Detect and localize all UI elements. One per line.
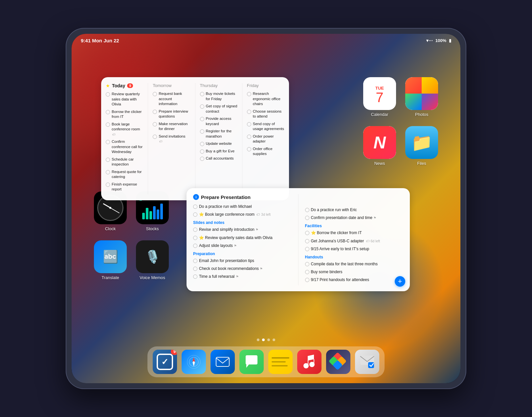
list-item[interactable]: Get copy of signed contract — [200, 104, 237, 114]
app-label-clock: Clock — [105, 226, 116, 231]
svg-rect-11 — [368, 362, 374, 368]
section-label-slides: Slides and notes — [193, 220, 292, 225]
app-label-calendar: Calendar — [371, 112, 388, 117]
app-icon-calendar[interactable]: TUE 7 Calendar — [363, 77, 396, 117]
list-item[interactable]: Request bank account information — [153, 91, 190, 107]
app-icon-translate[interactable]: 🔤 Translate — [94, 240, 127, 280]
presentation-col-right: Do a practice run with Eric Confirm pres… — [298, 194, 404, 285]
svg-rect-5 — [216, 357, 229, 366]
today-title: Today — [112, 83, 125, 88]
list-item[interactable]: Register for the marathon — [200, 129, 237, 139]
list-item[interactable]: Update website — [200, 141, 237, 146]
app-label-news: News — [374, 161, 385, 166]
battery-icon: ▮ — [449, 38, 451, 43]
list-item[interactable]: Book large conference room 🏷 — [106, 122, 143, 137]
list-item[interactable]: Do a practice run with Eric — [305, 207, 404, 212]
list-item[interactable]: Review quarterly sales data with Olivia — [106, 92, 143, 107]
app-icon-news[interactable]: N News — [363, 126, 396, 166]
apps-grid-top-right: TUE 7 Calendar — [363, 77, 438, 166]
list-item[interactable]: Buy some binders — [305, 269, 404, 274]
list-item[interactable]: ⭐ Book large conference room 🏷 3d left — [193, 212, 292, 217]
list-item[interactable]: Choose sessions to attend — [247, 109, 284, 119]
list-item[interactable]: Confirm presentation date and time ⚑ — [305, 215, 404, 220]
ipad-frame: 9:41 Mon Jun 22 ▾⋯ 100% ▮ ★ Today 9 — [66, 28, 466, 389]
messages-bubble-icon — [244, 355, 259, 369]
thursday-title: Thursday — [200, 83, 218, 88]
list-item[interactable]: ⭐ Review quarterly sales data with Olivi… — [193, 235, 292, 240]
list-item[interactable]: Get Johanna's USB-C adapter 🏷 6d left — [305, 238, 404, 244]
list-item[interactable]: Order power adapter — [247, 134, 284, 144]
list-item[interactable]: Order office supplies — [247, 146, 284, 157]
section-label-handouts: Handouts — [305, 255, 404, 259]
app-label-photos: Photos — [415, 112, 428, 117]
list-item[interactable]: Email John for presentation tips — [193, 258, 292, 263]
list-item[interactable]: Compile data for the last three months — [305, 261, 404, 267]
wifi-icon: ▾⋯ — [426, 38, 433, 43]
dock-app-messages[interactable] — [239, 350, 264, 374]
section-label-preparation: Preparation — [193, 252, 292, 256]
today-badge: 9 — [127, 83, 133, 88]
status-right: ▾⋯ 100% ▮ — [426, 38, 451, 43]
dock-app-notes[interactable] — [268, 350, 293, 374]
list-item[interactable]: Borrow the clicker from IT — [106, 109, 143, 120]
list-item[interactable]: Prepare interview questions — [153, 109, 190, 119]
presentation-title: Prepare Presentation — [201, 194, 251, 200]
tomorrow-title: Tomorrow — [153, 83, 171, 88]
page-dots — [257, 339, 275, 341]
page-dot-2 — [262, 339, 265, 341]
list-item[interactable]: ⭐ Borrow the clicker from IT — [305, 230, 404, 235]
list-item[interactable]: Finish expense report — [106, 182, 143, 192]
app-icon-files[interactable]: 📁 Files — [405, 126, 438, 166]
star-icon-today: ★ — [106, 83, 110, 88]
svg-point-4 — [193, 361, 194, 362]
list-item[interactable]: Research ergonomic office chairs — [247, 91, 284, 107]
list-item[interactable]: Buy a gift for Eve — [200, 149, 237, 154]
list-item[interactable]: 9/17 Print handouts for attendees — [305, 277, 404, 282]
list-item[interactable]: Revise and simplify introduction ⚑ — [193, 227, 292, 232]
reminders-widget: ★ Today 9 Review quarterly sales data wi… — [101, 77, 289, 200]
ipad-screen: 9:41 Mon Jun 22 ▾⋯ 100% ▮ ★ Today 9 — [72, 34, 460, 383]
list-item[interactable]: Confirm conference call for Wednesday — [106, 139, 143, 155]
app-icon-voice-memos[interactable]: 🎙️ Voice Memos — [136, 240, 169, 280]
app-label-voice-memos: Voice Memos — [140, 275, 165, 280]
list-item[interactable]: Send copy of usage agreements — [247, 121, 284, 132]
list-item[interactable]: 9/15 Arrive early to test IT's setup — [305, 246, 404, 252]
reminders-col-today: ★ Today 9 Review quarterly sales data wi… — [101, 83, 148, 194]
list-item[interactable]: Check out book recommendations ⚑ — [193, 266, 292, 271]
list-item[interactable]: Adjust slide layouts ⚑ — [193, 243, 292, 248]
mimestream-icon — [359, 354, 375, 370]
list-item[interactable]: Provide access keycard — [200, 116, 237, 126]
list-item[interactable]: Schedule car inspection — [106, 157, 143, 167]
page-dot-4 — [273, 339, 275, 341]
app-label-stocks: Stocks — [146, 226, 159, 231]
list-item[interactable]: Request quote for catering — [106, 169, 143, 180]
friday-title: Friday — [247, 83, 259, 88]
dock-app-music[interactable] — [297, 350, 321, 374]
mail-envelope-icon — [215, 357, 230, 367]
dock-app-safari[interactable] — [182, 350, 206, 374]
reminders-col-thursday: Thursday Buy movie tickets for Friday Ge… — [195, 83, 242, 194]
page-dot-3 — [267, 339, 270, 341]
list-item[interactable]: Make reservation for dinner — [153, 121, 190, 132]
list-item[interactable]: Buy movie tickets for Friday — [200, 91, 237, 101]
reminders-col-tomorrow: Tomorrow Request bank account informatio… — [148, 83, 195, 194]
omnifocus-badge: 9 — [171, 350, 177, 355]
dock: ✓ 9 — [147, 346, 385, 377]
dock-app-omnifocus[interactable]: ✓ 9 — [153, 350, 177, 374]
add-button[interactable]: + — [395, 276, 405, 287]
reminders-col-friday: Friday Research ergonomic office chairs … — [242, 83, 289, 194]
pres-info-icon: i — [193, 194, 199, 200]
list-item[interactable]: Time a full rehearsal ⚑ — [193, 274, 292, 279]
presentation-col-left: i Prepare Presentation Do a practice run… — [193, 194, 292, 285]
list-item[interactable]: Do a practice run with Michael — [193, 204, 292, 209]
svg-marker-2 — [192, 357, 195, 362]
list-item[interactable]: Send invitations 🏷 — [153, 134, 190, 144]
list-item[interactable]: Call accountants — [200, 156, 237, 161]
safari-compass-icon — [187, 355, 201, 369]
dock-app-mimestream[interactable] — [355, 350, 379, 374]
svg-marker-3 — [192, 362, 195, 366]
dock-app-mail[interactable] — [211, 350, 235, 374]
app-icon-photos[interactable]: Photos — [405, 77, 438, 117]
presentation-widget: i Prepare Presentation Do a practice run… — [187, 188, 410, 291]
dock-app-shortcuts[interactable] — [326, 350, 350, 374]
